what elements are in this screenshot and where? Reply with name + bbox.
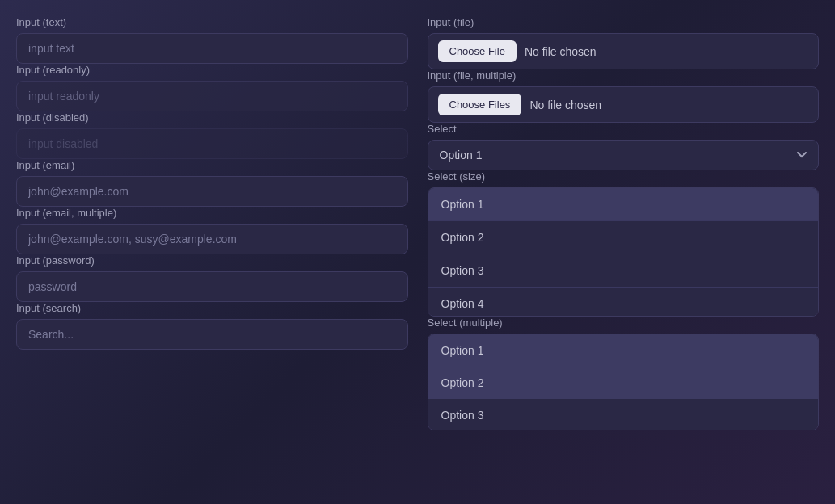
- field-input-search: Input (search): [16, 302, 408, 350]
- left-column: Input (text) Input (readonly) Input (dis…: [16, 16, 408, 430]
- file-input-wrapper: Choose File No file chosen: [428, 33, 820, 69]
- input-readonly: [16, 81, 408, 111]
- label-input-readonly: Input (readonly): [16, 64, 408, 76]
- field-input-disabled: Input (disabled): [16, 111, 408, 159]
- field-select-size: Select (size) Option 1 Option 2 Option 3…: [428, 170, 820, 317]
- label-input-password: Input (password): [16, 254, 408, 267]
- field-input-email-multiple: Input (email, multiple): [16, 207, 408, 254]
- choose-files-button[interactable]: Choose Files: [438, 94, 522, 116]
- field-input-file: Input (file) Choose File No file chosen: [428, 16, 820, 69]
- file-multiple-input-wrapper: Choose Files No file chosen: [428, 86, 820, 123]
- input-text[interactable]: [16, 33, 408, 64]
- label-input-email: Input (email): [16, 159, 408, 171]
- label-input-file: Input (file): [428, 16, 820, 28]
- select-single[interactable]: Option 1 Option 2 Option 3 Option 4: [428, 140, 820, 170]
- input-disabled: [16, 128, 408, 159]
- input-email-multiple[interactable]: [16, 224, 408, 254]
- no-file-text: No file chosen: [525, 45, 597, 58]
- field-input-password: Input (password): [16, 254, 408, 302]
- choose-file-button[interactable]: Choose File: [438, 40, 517, 62]
- label-select-single: Select: [428, 123, 820, 135]
- label-input-email-multiple: Input (email, multiple): [16, 207, 408, 219]
- label-input-text: Input (text): [16, 16, 408, 28]
- input-email[interactable]: [16, 176, 408, 207]
- form-grid: Input (text) Input (readonly) Input (dis…: [16, 16, 819, 430]
- field-input-email: Input (email): [16, 159, 408, 207]
- no-files-text: No file chosen: [529, 99, 601, 111]
- select-multiple[interactable]: Option 1 Option 2 Option 3: [428, 334, 820, 430]
- field-input-readonly: Input (readonly): [16, 64, 408, 111]
- label-input-search: Input (search): [16, 302, 408, 314]
- field-input-file-multiple: Input (file, multiple) Choose Files No f…: [428, 69, 820, 123]
- label-select-multiple: Select (multiple): [428, 317, 820, 329]
- label-input-file-multiple: Input (file, multiple): [428, 69, 820, 82]
- label-select-size: Select (size): [428, 170, 820, 183]
- label-input-disabled: Input (disabled): [16, 111, 408, 124]
- input-search[interactable]: [16, 319, 408, 350]
- field-select-single: Select Option 1 Option 2 Option 3 Option…: [428, 123, 820, 170]
- right-column: Input (file) Choose File No file chosen …: [428, 16, 820, 430]
- select-size[interactable]: Option 1 Option 2 Option 3 Option 4: [428, 187, 820, 317]
- input-password[interactable]: [16, 271, 408, 302]
- field-select-multiple: Select (multiple) Option 1 Option 2 Opti…: [428, 317, 820, 430]
- field-input-text: Input (text): [16, 16, 408, 64]
